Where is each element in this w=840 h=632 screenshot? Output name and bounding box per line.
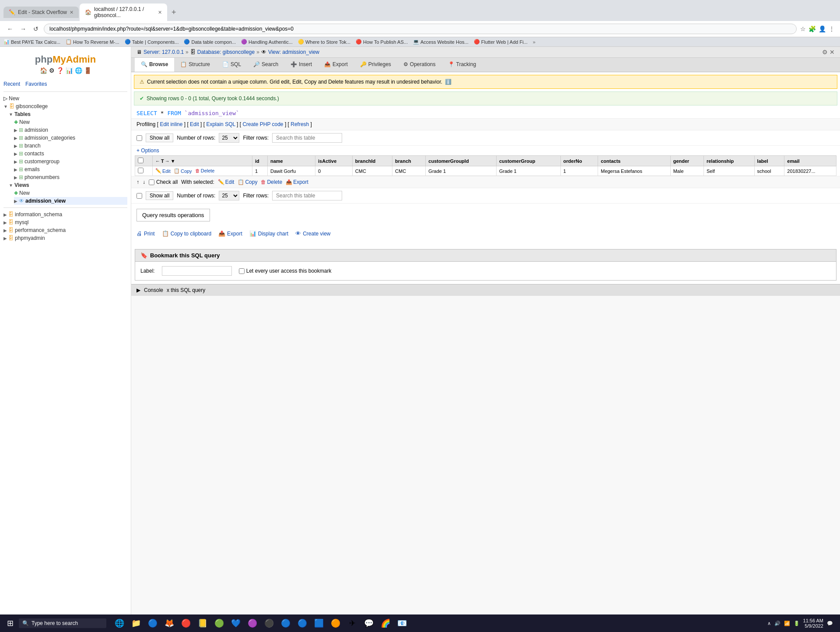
breadcrumb-server[interactable]: Server: 127.0.0.1 <box>144 49 184 55</box>
tray-battery-icon[interactable]: 🔋 <box>794 621 800 626</box>
sidebar-view-new[interactable]: ✚ New <box>14 189 127 197</box>
delete-row-link[interactable]: 🗑 Delete <box>195 168 215 173</box>
th-email[interactable]: email <box>784 156 836 166</box>
extension-icon[interactable]: 🧩 <box>808 25 816 32</box>
favorites-link[interactable]: Favorites <box>25 81 47 87</box>
explain-sql-link[interactable]: Explain SQL <box>206 121 235 127</box>
url-input[interactable] <box>44 24 797 34</box>
edit-row-link[interactable]: ✏️ Edit <box>155 168 171 174</box>
sidebar-table-phonenumbers[interactable]: ▶ ⊞ phonenumbers <box>14 173 127 181</box>
taskbar-app-green[interactable]: 🟢 <box>211 615 227 631</box>
create-php-link[interactable]: Create PHP code <box>242 121 283 127</box>
check-all-label[interactable]: Check all <box>149 179 178 185</box>
bookmark-label-input[interactable] <box>162 266 232 276</box>
show-all-button-top[interactable]: Show all <box>146 133 173 142</box>
bookmark-paye[interactable]: 📊 Best PAYE Tax Calcu... <box>4 39 60 45</box>
exit-icon[interactable]: 🚪 <box>84 67 91 74</box>
taskbar-app-cyan[interactable]: 🔵 <box>294 615 310 631</box>
taskbar-app-multi[interactable]: 🌈 <box>378 615 393 631</box>
browser-tab-phpmyadmin[interactable]: 🏠 localhost / 127.0.0.1 / gibsoncol... ✕ <box>80 4 167 21</box>
new-tab-button[interactable]: + <box>168 6 180 19</box>
question-icon[interactable]: ❓ <box>56 67 64 74</box>
sidebar-table-contacts[interactable]: ▶ ⊞ contacts <box>14 150 127 158</box>
home-icon[interactable]: 🏠 <box>40 67 47 74</box>
display-chart-button[interactable]: 📊 Display chart <box>249 230 288 237</box>
bookmark-handling[interactable]: 🟣 Handling Authentic... <box>241 39 293 45</box>
taskbar-app-teal[interactable]: 🟦 <box>311 615 327 631</box>
rows-select-top[interactable]: 25 50 100 <box>219 133 239 143</box>
show-all-button-bottom[interactable]: Show all <box>146 191 173 200</box>
tab-close-active-icon[interactable]: ✕ <box>158 10 162 15</box>
taskbar-skype-icon[interactable]: 💬 <box>361 615 377 631</box>
sidebar-db-mysql[interactable]: ▶ 🗄 mysql <box>4 218 127 226</box>
bookmark-public-checkbox[interactable] <box>239 268 245 274</box>
bookmark-store[interactable]: 🟡 Where to Store Tok... <box>298 39 350 45</box>
taskbar-edge-icon[interactable]: 🌐 <box>112 615 127 631</box>
th-orderno[interactable]: orderNo <box>560 156 598 166</box>
forward-button[interactable]: → <box>18 25 28 33</box>
taskbar-app-purple[interactable]: 🟣 <box>245 615 260 631</box>
back-button[interactable]: ← <box>5 25 15 33</box>
nav-left-icon[interactable]: ← <box>155 158 160 164</box>
bookmark-star-icon[interactable]: ☆ <box>800 25 806 32</box>
rows-select-bottom[interactable]: 25 50 100 <box>219 191 239 200</box>
start-button[interactable]: ⊞ <box>4 617 17 630</box>
taskbar-telegram-icon[interactable]: ✈ <box>344 615 360 631</box>
sidebar-table-emails[interactable]: ▶ ⊞ emails <box>14 165 127 173</box>
tab-operations[interactable]: ⚙ Operations <box>397 58 442 72</box>
profile-icon[interactable]: 👤 <box>819 25 826 32</box>
th-gender[interactable]: gender <box>670 156 704 166</box>
sidebar-table-new[interactable]: ✚ New <box>14 118 127 126</box>
menu-icon[interactable]: ⋮ <box>829 25 835 32</box>
th-id[interactable]: id <box>252 156 267 166</box>
tray-up-icon[interactable]: ∧ <box>767 621 771 626</box>
th-isactive[interactable]: isActive <box>315 156 353 166</box>
th-customergroupid[interactable]: customerGroupId <box>426 156 497 166</box>
tab-search[interactable]: 🔎 Search <box>247 58 284 72</box>
sidebar-table-admission[interactable]: ▶ ⊞ admission <box>14 126 127 134</box>
th-contacts[interactable]: contacts <box>598 156 670 166</box>
tab-export[interactable]: 📤 Export <box>318 58 354 72</box>
bookmarks-more[interactable]: » <box>533 39 536 45</box>
tab-tracking[interactable]: 📍 Tracking <box>442 58 483 72</box>
tab-sql[interactable]: 📄 SQL <box>216 58 247 72</box>
bookmark-datatable[interactable]: 🔵 Data table compon... <box>184 39 236 45</box>
taskbar-outlook-icon[interactable]: 📧 <box>394 615 410 631</box>
tray-network-icon[interactable]: 📶 <box>784 621 790 626</box>
views-group[interactable]: ▼ Views <box>9 181 127 189</box>
edit-inline-link[interactable]: Edit inline <box>160 121 182 127</box>
taskbar-firefox-icon[interactable]: 🦊 <box>161 615 177 631</box>
chart-icon[interactable]: 📊 <box>66 67 73 74</box>
tab-privileges[interactable]: 🔑 Privileges <box>354 58 397 72</box>
taskbar-app-red[interactable]: 🔴 <box>178 615 194 631</box>
tab-insert[interactable]: ➕ Insert <box>284 58 318 72</box>
breadcrumb-database[interactable]: Database: gibsoncollege <box>197 49 255 55</box>
select-all-checkbox[interactable] <box>138 158 144 163</box>
taskbar-notes-icon[interactable]: 📒 <box>195 615 210 631</box>
taskbar-teams-icon[interactable]: 🔵 <box>145 615 161 631</box>
bookmark-flutter[interactable]: 🔴 Flutter Web | Add Fi... <box>474 39 528 45</box>
sidebar-table-customergroup[interactable]: ▶ ⊞ customergroup <box>14 158 127 165</box>
show-all-checkbox-bottom[interactable] <box>136 193 142 199</box>
edit-link[interactable]: Edit <box>190 121 199 127</box>
bookmark-publish[interactable]: 🔴 How To Publish AS... <box>356 39 408 45</box>
taskbar-app-blue2[interactable]: 🔵 <box>278 615 294 631</box>
search-input-bottom[interactable] <box>272 191 342 200</box>
globe-icon[interactable]: 🌐 <box>75 67 82 74</box>
tables-group[interactable]: ▼ Tables <box>9 110 127 118</box>
th-customergroup[interactable]: customerGroup <box>496 156 560 166</box>
th-branch[interactable]: branch <box>392 156 426 166</box>
console-label[interactable]: Console <box>144 287 163 293</box>
breadcrumb-settings-icon[interactable]: ⚙ <box>822 49 828 56</box>
copy-row-link[interactable]: 📋 Copy <box>174 168 192 174</box>
tray-volume-icon[interactable]: 🔊 <box>774 621 780 626</box>
sidebar-db-perf-schema[interactable]: ▶ 🗄 performance_schema <box>4 226 127 234</box>
th-branchid[interactable]: branchId <box>352 156 392 166</box>
browser-tab-stackoverflow[interactable]: ✏️ Edit - Stack Overflow ✕ <box>4 7 79 18</box>
taskbar-vscode-icon[interactable]: 💙 <box>228 615 244 631</box>
taskbar-search[interactable]: 🔍 Type here to search <box>19 618 106 628</box>
taskbar-app-orange[interactable]: 🟠 <box>328 615 343 631</box>
sidebar-db-phpmyadmin[interactable]: ▶ 🗄 phpmyadmin <box>4 234 127 242</box>
sidebar-gibsoncollege[interactable]: ▼ 🗄 gibsoncollege <box>4 102 127 110</box>
check-all-checkbox[interactable] <box>149 179 154 185</box>
